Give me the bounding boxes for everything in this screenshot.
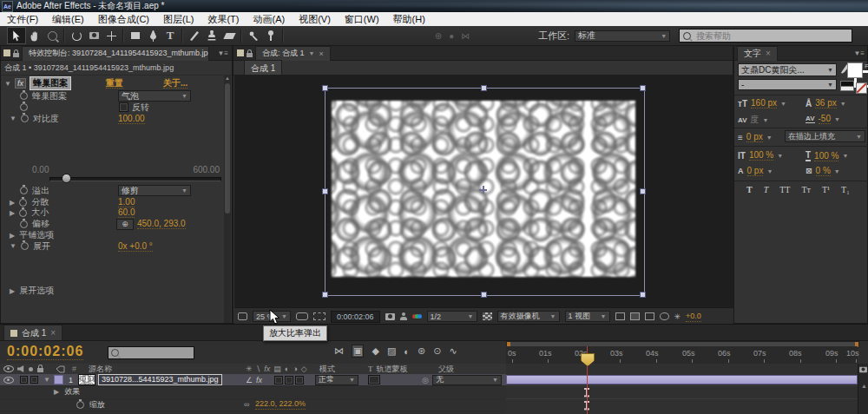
scale-property-row[interactable]: 缩放 ∞ 222.0, 222.0% bbox=[0, 398, 506, 411]
fill-color-swatch[interactable] bbox=[847, 62, 863, 78]
all-caps-button[interactable]: TT bbox=[779, 185, 790, 194]
menu-file[interactable]: 文件(F) bbox=[0, 13, 45, 26]
draft-3d-icon[interactable]: ◆ bbox=[372, 345, 378, 357]
scrollbar-thumb[interactable] bbox=[225, 83, 230, 214]
font-family-dropdown[interactable]: 文鼎DC黄阳尖... ▼ bbox=[738, 63, 837, 76]
switch-cell[interactable] bbox=[285, 376, 293, 384]
composition-viewer[interactable] bbox=[234, 75, 733, 307]
cell-pattern-dropdown[interactable]: 气泡 ▼ bbox=[118, 90, 191, 102]
statusbar-timecode[interactable]: 0:00:02:06 bbox=[331, 311, 380, 323]
character-tab[interactable]: 文字 × bbox=[737, 46, 778, 61]
exposure-value[interactable]: +0.0 bbox=[686, 312, 701, 322]
parent-dropdown[interactable]: 无 ▼ bbox=[432, 375, 502, 385]
chevron-down-icon[interactable]: ▼ bbox=[777, 153, 783, 159]
camera-view-dropdown[interactable]: 有效摄像机 ▼ bbox=[497, 311, 560, 322]
close-icon[interactable]: × bbox=[319, 49, 323, 58]
layer-switches[interactable]: ∠ fx bbox=[246, 376, 262, 384]
selection-handle[interactable] bbox=[322, 85, 328, 91]
vertical-scale-value[interactable]: 100 % bbox=[749, 150, 773, 161]
menu-animation[interactable]: 动画(A) bbox=[247, 13, 293, 26]
channels-icon[interactable] bbox=[412, 314, 422, 319]
expander-closed-icon[interactable]: ▶ bbox=[10, 209, 15, 217]
selection-handle[interactable] bbox=[322, 188, 328, 194]
show-snapshot-icon[interactable] bbox=[400, 312, 407, 320]
parent-pickwhip-icon[interactable]: ◎ bbox=[422, 376, 429, 384]
layer-solo-cell[interactable] bbox=[30, 376, 38, 384]
stopwatch-icon[interactable] bbox=[20, 92, 28, 100]
leading-value[interactable]: 36 px bbox=[815, 98, 836, 108]
size-value[interactable]: 60.0 bbox=[118, 207, 135, 218]
close-icon[interactable]: × bbox=[50, 328, 56, 338]
roto-brush-tool[interactable] bbox=[245, 28, 262, 43]
selection-handle[interactable] bbox=[640, 85, 646, 91]
scale-value[interactable]: 222.0, 222.0% bbox=[255, 399, 306, 410]
chevron-down-icon[interactable]: ▼ bbox=[309, 50, 315, 56]
stopwatch-icon[interactable] bbox=[21, 115, 29, 122]
scroll-up-icon[interactable]: ▲ bbox=[225, 76, 230, 81]
exposure-icon[interactable]: ✳ bbox=[674, 312, 681, 321]
selection-handle[interactable] bbox=[640, 188, 646, 194]
timeline-right-scrollbar[interactable]: ▲ bbox=[858, 364, 868, 414]
effect-controls-tab[interactable]: 特效控制台: 39107284_1411954415923_mthumb.jpg bbox=[22, 46, 209, 61]
stopwatch-icon[interactable] bbox=[20, 220, 28, 228]
small-caps-button[interactable]: Tт bbox=[801, 185, 810, 194]
timeline-search-box[interactable] bbox=[108, 346, 194, 359]
selection-tool[interactable] bbox=[7, 27, 26, 44]
menu-layer[interactable]: 图层(L) bbox=[156, 13, 201, 26]
invert-checkbox[interactable] bbox=[119, 102, 128, 112]
effect-reset-link[interactable]: 重置 bbox=[106, 78, 123, 89]
effect-controls-scrollbar[interactable]: ▲ bbox=[224, 75, 231, 323]
menu-composition[interactable]: 图像合成(C) bbox=[91, 13, 156, 26]
stopwatch-icon[interactable] bbox=[20, 103, 28, 111]
stroke-width-value[interactable]: 0 px bbox=[746, 132, 763, 142]
anchor-point-icon[interactable] bbox=[479, 186, 487, 194]
layer-audio-cell[interactable] bbox=[20, 376, 28, 384]
tracking-value[interactable]: -50 bbox=[819, 114, 831, 124]
superscript-button[interactable]: T¹ bbox=[822, 185, 830, 194]
motion-blur-icon[interactable]: ◐ bbox=[404, 346, 410, 357]
parent-column[interactable]: 父级 bbox=[438, 364, 454, 375]
selection-handle[interactable] bbox=[481, 292, 487, 298]
fx-switch[interactable]: fx bbox=[256, 376, 262, 384]
link-dimensions-icon[interactable]: ∞ bbox=[244, 400, 249, 409]
help-search-input[interactable] bbox=[694, 30, 837, 42]
contrast-value[interactable]: 100.00 bbox=[118, 114, 145, 124]
eraser-tool[interactable] bbox=[220, 28, 238, 43]
horizontal-scale-value[interactable]: 100 % bbox=[814, 151, 838, 161]
chevron-down-icon[interactable]: ▼ bbox=[766, 168, 773, 174]
expander-closed-icon[interactable]: ▶ bbox=[10, 287, 15, 295]
menu-help[interactable]: 帮助(H) bbox=[386, 13, 432, 26]
font-size-value[interactable]: 160 px bbox=[751, 98, 777, 108]
resolution-dropdown[interactable]: 1/2 ▼ bbox=[427, 311, 477, 322]
chevron-down-icon[interactable]: ▼ bbox=[834, 168, 840, 174]
scale-stopwatch-icon[interactable] bbox=[76, 401, 84, 409]
expander-open-icon[interactable]: ▼ bbox=[4, 80, 11, 88]
panel-menu-icon[interactable]: ▼≡ bbox=[853, 49, 865, 57]
menu-edit[interactable]: 编辑(E) bbox=[45, 13, 91, 26]
timeline-current-timecode[interactable]: 0:00:02:06 bbox=[7, 344, 83, 360]
timeline-tab[interactable]: 合成 1 × bbox=[3, 325, 62, 340]
disperse-value[interactable]: 1.00 bbox=[118, 197, 135, 207]
track-area[interactable] bbox=[506, 364, 858, 414]
trkmat-column[interactable]: T 轨道蒙板 bbox=[368, 364, 408, 375]
chevron-down-icon[interactable]: ▼ bbox=[780, 101, 786, 107]
time-ruler[interactable]: 0s 01s 02s 03s 04s 05s 06s 07s 08s 09s 1… bbox=[506, 346, 858, 365]
type-tool[interactable]: T bbox=[161, 28, 179, 43]
transparency-grid-icon[interactable] bbox=[483, 312, 492, 320]
offset-value[interactable]: 450.0, 293.0 bbox=[137, 219, 186, 229]
effects-group-row[interactable]: ▶ 效果 bbox=[0, 385, 506, 399]
composition-tab[interactable]: 合成: 合成 1 ▼ × bbox=[255, 46, 331, 61]
layer-label-chip[interactable] bbox=[54, 375, 63, 384]
close-icon[interactable]: × bbox=[766, 49, 771, 58]
selection-handle[interactable] bbox=[481, 85, 487, 91]
chevron-down-icon[interactable]: ▼ bbox=[766, 135, 773, 141]
trkmat-cell[interactable] bbox=[368, 375, 380, 384]
stopwatch-icon[interactable] bbox=[19, 209, 27, 217]
mask-shape-tool[interactable] bbox=[127, 28, 144, 43]
menu-window[interactable]: 窗口(W) bbox=[338, 13, 386, 26]
graph-editor-icon[interactable]: ∿ bbox=[449, 345, 457, 357]
layer-visibility-toggle[interactable] bbox=[3, 377, 14, 384]
pixel-aspect-icon[interactable] bbox=[615, 312, 625, 320]
workspace-dropdown[interactable]: 标准 ▼ bbox=[575, 30, 670, 42]
pan-behind-tool[interactable] bbox=[102, 28, 120, 43]
